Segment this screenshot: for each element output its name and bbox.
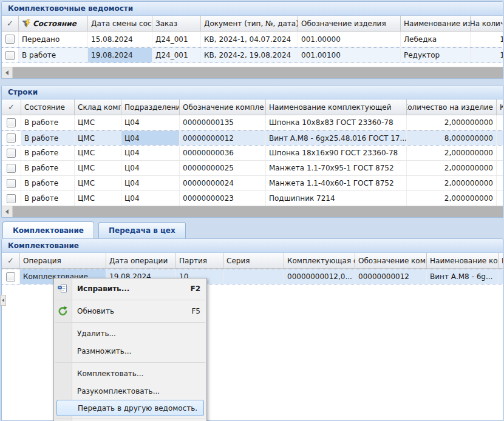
cell[interactable]: ЦМС xyxy=(75,176,121,190)
table-row[interactable]: В работеЦМСЦ0400000000012Винт А.М8 - 6gх… xyxy=(2,130,503,146)
cell[interactable]: 00000000012,0... xyxy=(284,269,355,284)
column-header[interactable]: Обозначение компле xyxy=(180,99,266,115)
column-header[interactable]: Подразделение- xyxy=(121,99,180,115)
checkbox-icon[interactable] xyxy=(5,35,15,44)
cell[interactable]: 00000000012 xyxy=(355,269,427,284)
row-checkbox[interactable] xyxy=(2,269,20,284)
cell[interactable] xyxy=(497,131,503,145)
lines-hscrollbar[interactable] xyxy=(2,206,503,217)
menu-item-transfer-to-other-sheet[interactable]: Передать в другую ведомость... xyxy=(56,400,204,416)
cell[interactable]: Лебедка xyxy=(401,32,471,47)
cell[interactable]: 00000000024 xyxy=(180,176,266,190)
cell[interactable]: КВ, 2024-1, 04.07.2024 xyxy=(201,32,298,47)
cell[interactable]: Винт А.М8 - 6g... xyxy=(427,269,499,284)
sheets-hscrollbar[interactable] xyxy=(2,67,503,78)
select-all-header[interactable]: ✓ xyxy=(2,99,21,115)
menu-item-edit[interactable]: Исправить... F2 xyxy=(54,280,206,297)
row-checkbox[interactable] xyxy=(2,146,21,160)
cell[interactable]: Ц04 xyxy=(121,146,180,160)
cell[interactable]: В работе xyxy=(21,191,75,206)
table-row[interactable]: В работе19.08.2024Д24_001КВ, 2024-2, 19.… xyxy=(2,47,503,63)
cell[interactable]: КВ, 2024-2, 19.08.2024 xyxy=(201,48,298,62)
cell[interactable]: Ц04 xyxy=(121,176,180,190)
select-all-header[interactable]: ✓ xyxy=(2,253,20,268)
checkbox-icon[interactable] xyxy=(5,51,15,60)
cell[interactable]: 19.08.2024 xyxy=(88,48,152,62)
scroll-thumb[interactable] xyxy=(13,67,503,78)
checkbox-icon[interactable] xyxy=(7,118,16,127)
cell[interactable]: 00000000012 xyxy=(180,131,266,145)
cell[interactable] xyxy=(497,176,503,190)
table-row[interactable]: Передано15.08.2024Д24_001КВ, 2024-1, 04.… xyxy=(2,32,503,47)
table-row[interactable]: В работеЦМСЦ0400000000036Шпонка 18х16х90… xyxy=(2,146,503,161)
table-row[interactable]: В работеЦМСЦ0400000000023Подшипник 72142… xyxy=(2,191,503,206)
row-checkbox[interactable] xyxy=(2,32,19,47)
cell[interactable]: ЦМС xyxy=(75,131,121,145)
select-all-header[interactable]: ✓ xyxy=(2,16,19,31)
cell[interactable]: Передано xyxy=(19,32,88,47)
cell[interactable]: В работе xyxy=(21,131,75,145)
cell[interactable] xyxy=(499,269,503,284)
column-header[interactable]: К xyxy=(499,253,503,268)
cell[interactable]: 00000000135 xyxy=(180,115,266,130)
cell[interactable]: Манжета 1.1-40х60-1 ГОСТ 8752 xyxy=(266,176,407,190)
column-header[interactable]: Количество на изделие xyxy=(407,99,497,115)
row-checkbox[interactable] xyxy=(2,161,21,175)
column-header[interactable]: Партия xyxy=(176,253,223,268)
column-header[interactable]: Заказ xyxy=(152,16,201,31)
cell[interactable]: 15.08.2024 xyxy=(88,32,152,47)
column-header[interactable]: К xyxy=(497,99,503,115)
cell[interactable]: Ц04 xyxy=(121,115,180,130)
column-header[interactable]: Обозначение изделия xyxy=(298,16,401,31)
tab-peredacha-v-ceh[interactable]: Передача в цех xyxy=(98,222,186,238)
table-row[interactable]: В работеЦМСЦ0400000000025Манжета 1.1-70х… xyxy=(2,161,503,176)
checkbox-icon[interactable] xyxy=(7,149,16,158)
cell[interactable]: Редуктор xyxy=(401,48,471,62)
cell[interactable]: 2,000000000 xyxy=(407,191,497,206)
cell[interactable]: 2,000000000 xyxy=(407,176,497,190)
cell[interactable]: В работе xyxy=(21,115,75,130)
row-checkbox[interactable] xyxy=(2,115,21,130)
scroll-thumb[interactable] xyxy=(13,206,503,217)
cell[interactable]: Манжета 1.1-70х95-1 ГОСТ 8752 xyxy=(266,161,407,175)
menu-item-duplicate[interactable]: Размножить... xyxy=(54,342,206,360)
column-header[interactable]: Комплектующая ф xyxy=(284,253,355,268)
column-header[interactable]: Наименование изд xyxy=(401,16,471,31)
cell[interactable]: 1 xyxy=(471,32,503,47)
cell[interactable]: 2,000000000 xyxy=(407,161,497,175)
column-header[interactable]: Операция xyxy=(20,253,106,268)
checkbox-icon[interactable] xyxy=(7,179,16,188)
cell[interactable]: Подшипник 7214 xyxy=(266,191,407,206)
row-checkbox[interactable] xyxy=(2,191,21,206)
cell[interactable]: 8,000000000 xyxy=(407,131,497,145)
cell[interactable]: ЦМС xyxy=(75,146,121,160)
cell[interactable]: 2,000000000 xyxy=(407,115,497,130)
scroll-left-button[interactable] xyxy=(2,67,13,78)
cell[interactable]: 00000000023 xyxy=(180,191,266,206)
menu-item-delete[interactable]: Удалить... xyxy=(54,325,206,342)
cell[interactable]: ЦМС xyxy=(75,191,121,206)
cell[interactable]: В работе xyxy=(21,176,75,190)
cell[interactable]: Ц04 xyxy=(121,131,180,145)
checkbox-icon[interactable] xyxy=(7,164,16,173)
cell[interactable]: Ц04 xyxy=(121,191,180,206)
menu-item-unkit[interactable]: Разукомплектовать... xyxy=(54,382,206,400)
column-header[interactable]: Склад комп xyxy=(75,99,121,115)
cell[interactable]: 00000000036 xyxy=(180,146,266,160)
column-header[interactable]: Наименование ком xyxy=(427,253,499,268)
cell[interactable]: Шпонка 10х8х83 ГОСТ 23360-78 xyxy=(266,115,407,130)
menu-item-kit[interactable]: Комплектовать... xyxy=(54,365,206,382)
cell[interactable] xyxy=(497,146,503,160)
scroll-left-button[interactable] xyxy=(2,206,13,217)
cell[interactable] xyxy=(497,191,503,206)
table-row[interactable]: В работеЦМСЦ0400000000024Манжета 1.1-40х… xyxy=(2,176,503,191)
cell[interactable]: Д24_001 xyxy=(152,48,201,62)
edge-scroll-left-button[interactable] xyxy=(0,295,6,306)
cell[interactable]: 2,000000000 xyxy=(407,146,497,160)
cell[interactable]: ЦМС xyxy=(75,115,121,130)
column-header[interactable]: Состояние xyxy=(21,99,75,115)
cell[interactable]: Винт А.М8 - 6gх25.48.016 ГОСТ 17... xyxy=(266,131,407,145)
cell[interactable]: ЦМС xyxy=(75,161,121,175)
cell[interactable]: Ц04 xyxy=(121,161,180,175)
column-header[interactable]: Дата операции xyxy=(106,253,176,268)
